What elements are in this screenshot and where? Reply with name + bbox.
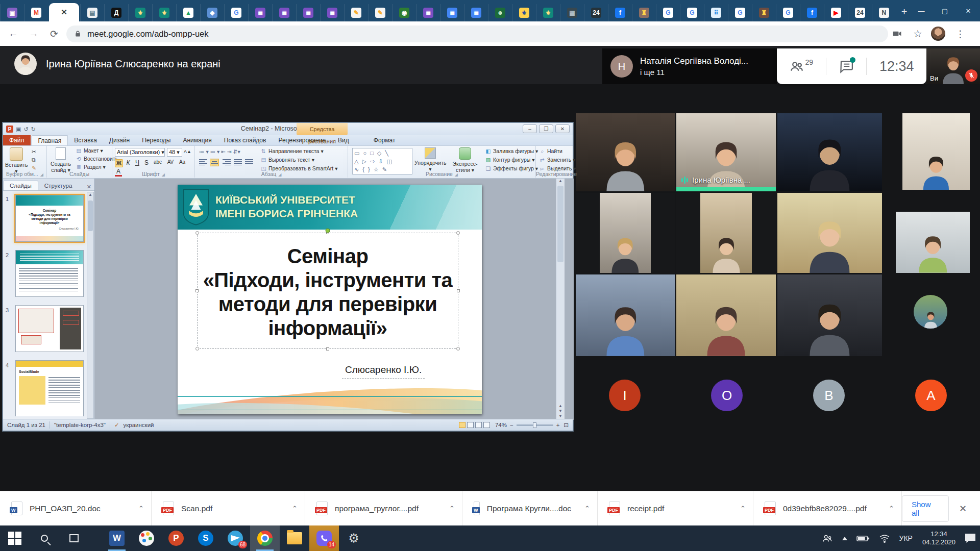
browser-tab-gmail[interactable]: M xyxy=(24,4,48,21)
ppt-minimize-button[interactable]: – xyxy=(523,124,537,133)
browser-tab-emblem-yellow[interactable]: ⚜ xyxy=(512,4,536,21)
bullets-button[interactable]: ≔ ▾ ≕ ▾ ⇤ ⇥ ⇵▾ xyxy=(199,148,240,155)
tray-wifi-icon[interactable] xyxy=(874,525,895,551)
zoom-in-button[interactable]: + xyxy=(556,422,560,428)
shape-outline-button[interactable]: ▨ Контур фигуры ▾ xyxy=(485,157,535,163)
ppt-tab-Формат[interactable]: Формат xyxy=(368,135,402,145)
ppt-tab-Анимация[interactable]: Анимация xyxy=(177,135,217,145)
tray-language-indicator[interactable]: УКР xyxy=(895,525,917,551)
rotation-handle[interactable] xyxy=(326,229,330,233)
participant-video-tile[interactable] xyxy=(914,295,947,329)
bold-button[interactable]: Ж xyxy=(115,159,123,167)
change-case-button[interactable]: Aa xyxy=(177,159,188,165)
download-menu-chevron[interactable]: ⌃ xyxy=(292,505,298,512)
spellcheck-icon[interactable]: ✓ xyxy=(114,421,119,429)
reload-button[interactable]: ⟳ xyxy=(46,26,62,42)
browser-tab-emblem-teal[interactable]: ⚜ xyxy=(536,4,560,21)
browser-tab-gold-building[interactable]: ♜ xyxy=(752,4,776,21)
slide-sorter-view-button[interactable] xyxy=(467,422,474,428)
forward-button[interactable]: → xyxy=(26,26,42,42)
browser-tab-gold-building[interactable]: ♜ xyxy=(632,4,656,21)
ppt-close-button[interactable]: ✕ xyxy=(555,124,570,133)
justify-button[interactable] xyxy=(234,159,242,166)
panel-tab-slides[interactable]: Слайды xyxy=(3,181,38,190)
browser-tab-document[interactable]: ▤ xyxy=(80,4,104,21)
slide-vertical-scrollbar[interactable]: ▲ ▲▼▼ xyxy=(556,179,565,420)
replace-button[interactable]: ⇄ Заменить ▾ xyxy=(539,157,575,163)
ppt-tab-Файл[interactable]: Файл xyxy=(3,135,31,145)
browser-tab-google[interactable]: G xyxy=(728,4,752,21)
participant-initial-avatar[interactable]: А xyxy=(915,380,947,411)
format-painter-button[interactable]: ✎ xyxy=(32,165,36,171)
slide-thumbnail-1[interactable]: Семінар«Підходи, інструменти та методи д… xyxy=(15,195,84,242)
cut-button[interactable]: ✂ xyxy=(32,148,36,155)
browser-tab-docs-purple[interactable]: ≣ xyxy=(272,4,296,21)
participants-button[interactable]: 29 xyxy=(789,59,813,74)
ppt-tab-Показ слайдов[interactable]: Показ слайдов xyxy=(218,135,273,145)
browser-tab-app-purple[interactable]: ▣ xyxy=(0,4,24,21)
slide-thumbnail-2[interactable] xyxy=(15,250,84,297)
panel-tab-outline[interactable]: Структура xyxy=(38,181,79,190)
chat-button[interactable] xyxy=(839,59,854,74)
participant-video-tile[interactable] xyxy=(896,212,970,273)
active-tab-meet[interactable]: ✕ xyxy=(49,3,79,21)
browser-tab-docs-purple[interactable]: ≣ xyxy=(416,4,440,21)
align-center-button[interactable] xyxy=(210,159,218,166)
browser-tab-classroom[interactable]: ◉ xyxy=(392,4,416,21)
char-spacing-button[interactable]: AV xyxy=(165,159,176,165)
download-item[interactable]: PDFreceipt.pdf⌃ xyxy=(598,491,753,525)
browser-tab-google[interactable]: G xyxy=(656,4,680,21)
slide-editing-surface[interactable]: КИЇВСЬКИЙ УНІВЕРСИТЕТ ІМЕНІ БОРИСА ГРІНЧ… xyxy=(178,185,482,414)
align-text-button[interactable]: ▤ Выровнять текст ▾ xyxy=(260,157,314,163)
ppt-tab-Вставка[interactable]: Вставка xyxy=(68,135,103,145)
browser-tab-blue-diamond[interactable]: ◆ xyxy=(200,4,224,21)
slide-thumbnail-4[interactable]: SocialBlade xyxy=(15,360,84,416)
profile-avatar[interactable] xyxy=(931,27,945,41)
action-center-icon[interactable] xyxy=(961,525,980,551)
address-bar[interactable]: meet.google.com/adb-ompp-uek xyxy=(66,26,888,42)
participant-video-tile[interactable] xyxy=(777,193,882,273)
browser-tab-google[interactable]: G xyxy=(224,4,248,21)
browser-tab-badge-24[interactable]: 24 xyxy=(584,4,608,21)
taskbar-settings-icon[interactable]: ⚙ xyxy=(339,525,369,551)
text-direction-button[interactable]: ⇅ Направление текста ▾ xyxy=(260,148,324,154)
browser-tab-blue-grid[interactable]: ⠿ xyxy=(704,4,728,21)
status-language[interactable]: украинский xyxy=(124,422,154,428)
browser-tab-docs-purple[interactable]: ≣ xyxy=(320,4,344,21)
start-button[interactable] xyxy=(0,525,30,551)
participant-video-tile[interactable] xyxy=(676,193,776,273)
reset-button[interactable]: ⟲ Восстановить xyxy=(76,156,118,162)
browser-tab-docs-purple[interactable]: ≣ xyxy=(296,4,320,21)
download-menu-chevron[interactable]: ⌃ xyxy=(138,505,144,512)
taskbar-telegram-icon[interactable]: 68 xyxy=(220,525,250,551)
copy-button[interactable]: ⧉ xyxy=(32,157,36,163)
slide-author-text[interactable]: Слюсаренко І.Ю. xyxy=(342,364,425,379)
arrange-button[interactable]: Упорядочить ▾ xyxy=(414,147,446,172)
browser-tab-google[interactable]: G xyxy=(680,4,704,21)
reading-view-button[interactable] xyxy=(475,422,482,428)
browser-tab-pencil[interactable]: ✎ xyxy=(344,4,368,21)
participant-initial-avatar[interactable]: І xyxy=(609,380,641,411)
browser-tab-google-drive[interactable]: ▲ xyxy=(176,4,200,21)
slideshow-view-button[interactable] xyxy=(483,422,490,428)
download-item[interactable]: PDF0d39ebfb8e82029....pdf⌃ xyxy=(753,491,902,525)
font-name-select[interactable]: Arial (Заголовки) ▾ xyxy=(115,148,165,157)
zoom-out-button[interactable]: − xyxy=(510,422,513,428)
tray-clock[interactable]: 12:34 04.12.2020 xyxy=(917,530,961,546)
download-item[interactable]: PDFScan.pdf⌃ xyxy=(152,491,305,525)
download-menu-chevron[interactable]: ⌃ xyxy=(740,505,746,512)
section-button[interactable]: ≣ Раздел ▾ xyxy=(76,164,106,170)
ppt-restore-button[interactable]: ❐ xyxy=(539,124,553,133)
participant-video-tile[interactable] xyxy=(676,274,776,356)
download-item[interactable]: WРНП_ОАЗП_20.doc⌃ xyxy=(0,491,152,525)
browser-menu-icon[interactable]: ⋮ xyxy=(952,26,969,42)
panel-close-icon[interactable]: ✕ xyxy=(87,184,91,190)
panel-scrollbar[interactable]: ▲ xyxy=(87,192,94,419)
browser-tab-facebook[interactable]: f xyxy=(800,4,824,21)
font-size-select[interactable]: 48 ▾ xyxy=(167,148,182,157)
back-button[interactable]: ← xyxy=(5,26,21,42)
download-menu-chevron[interactable]: ⌃ xyxy=(449,505,455,512)
download-item[interactable]: PDFпрограма_груглог....pdf⌃ xyxy=(305,491,462,525)
italic-button[interactable]: К xyxy=(124,159,132,166)
window-close-button[interactable]: ✕ xyxy=(957,0,980,21)
